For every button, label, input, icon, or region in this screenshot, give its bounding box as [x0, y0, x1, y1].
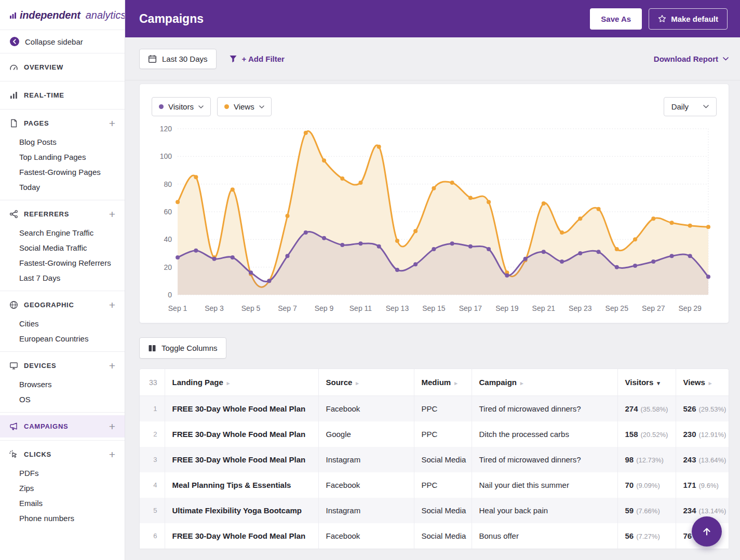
campaigns-icon [9, 422, 18, 431]
add-devices-report-button[interactable]: + [109, 362, 115, 370]
svg-text:120: 120 [160, 125, 172, 133]
sidebar-item-fastest-growing-referrers[interactable]: Fastest-Growing Referrers [0, 255, 125, 270]
views-series-selector[interactable]: Views [217, 97, 272, 116]
download-report-button[interactable]: Download Report [654, 54, 729, 63]
sidebar-section-label: REFERRERS [24, 210, 103, 218]
toggle-columns-button[interactable]: Toggle Columns [139, 337, 226, 359]
column-header-visitors[interactable]: Visitors▾ [617, 369, 676, 396]
sidebar-item-clicks[interactable]: CLICKS+ [0, 443, 125, 466]
views-cell: 230(12.91%) [676, 421, 729, 447]
sidebar-item-blog-posts[interactable]: Blog Posts [0, 134, 125, 149]
download-report-label: Download Report [654, 54, 718, 63]
visitors-percentage: (7.66%) [636, 507, 660, 515]
add-filter-button[interactable]: + Add Filter [229, 54, 285, 63]
visitors-chip-label: Visitors [168, 102, 194, 111]
visitors-value: 274 [625, 404, 638, 413]
add-pages-report-button[interactable]: + [109, 120, 115, 127]
add-referrers-report-button[interactable]: + [109, 211, 115, 218]
chevron-down-icon [198, 105, 204, 108]
column-header-source[interactable]: Source▸ [318, 369, 414, 396]
save-as-button[interactable]: Save As [590, 8, 642, 30]
date-range-button[interactable]: Last 30 Days [139, 49, 217, 69]
visitors-color-dot [159, 104, 164, 109]
brand-icon [9, 12, 17, 19]
sidebar: independent analytics Collapse sidebar O… [0, 0, 125, 560]
visitors-value: 56 [625, 531, 634, 540]
column-header-campaign[interactable]: Campaign▸ [472, 369, 617, 396]
sidebar-item-campaigns[interactable]: CAMPAIGNS+ [0, 415, 125, 438]
sidebar-item-real-time[interactable]: REAL-TIME [0, 84, 125, 106]
sidebar-item-top-landing-pages[interactable]: Top Landing Pages [0, 149, 125, 165]
svg-text:Sep 13: Sep 13 [386, 304, 409, 312]
visitors-series-selector[interactable]: Visitors [152, 97, 211, 116]
devices-icon [9, 361, 18, 370]
sidebar-item-overview[interactable]: OVERVIEW [0, 56, 125, 78]
add-geographic-report-button[interactable]: + [109, 302, 115, 309]
svg-text:Sep 15: Sep 15 [422, 304, 446, 312]
svg-text:Sep 21: Sep 21 [532, 304, 556, 312]
sidebar-section-campaigns: CAMPAIGNS+ [0, 412, 125, 440]
pages-icon [9, 119, 18, 128]
sidebar-item-devices[interactable]: DEVICES+ [0, 354, 125, 377]
svg-text:40: 40 [164, 235, 172, 243]
sidebar-item-pdfs[interactable]: PDFs [0, 466, 125, 481]
svg-text:100: 100 [160, 152, 172, 160]
sidebar-item-cities[interactable]: Cities [0, 316, 125, 331]
source-cell: Instagram [318, 447, 414, 472]
scroll-to-top-button[interactable] [692, 516, 722, 547]
funnel-icon [229, 54, 237, 63]
visitors-cell: 98(12.73%) [617, 447, 676, 472]
geographic-icon [9, 301, 18, 309]
star-icon [658, 15, 666, 23]
landing-page-cell[interactable]: FREE 30-Day Whole Food Meal Plan [165, 396, 318, 422]
collapse-sidebar-button[interactable]: Collapse sidebar [0, 30, 125, 53]
add-clicks-report-button[interactable]: + [109, 451, 115, 458]
toggle-columns-label: Toggle Columns [162, 344, 218, 352]
app-root: independent analytics Collapse sidebar O… [0, 0, 740, 560]
column-header-landing-page[interactable]: Landing Page▸ [165, 369, 318, 396]
column-header-views[interactable]: Views▸ [676, 369, 729, 396]
landing-page-cell[interactable]: FREE 30-Day Whole Food Meal Plan [165, 447, 318, 472]
sidebar-item-european-countries[interactable]: European Countries [0, 331, 125, 346]
brand-name-primary: independent [20, 9, 80, 21]
sidebar-item-social-media-traffic[interactable]: Social Media Traffic [0, 240, 125, 255]
chart-controls: Visitors Views Daily [152, 97, 717, 116]
arrow-up-icon [701, 526, 712, 537]
interval-select[interactable]: Daily [664, 97, 717, 116]
sidebar-item-pages[interactable]: PAGES+ [0, 112, 125, 134]
views-cell: 171(9.6%) [676, 472, 729, 498]
make-default-button[interactable]: Make default [649, 8, 728, 30]
views-cell: 243(13.64%) [676, 447, 729, 472]
table-row: 1FREE 30-Day Whole Food Meal PlanFaceboo… [140, 396, 729, 422]
sidebar-item-search-engine-traffic[interactable]: Search Engine Traffic [0, 225, 125, 240]
sidebar-item-referrers[interactable]: REFERRERS+ [0, 203, 125, 225]
sidebar-item-today[interactable]: Today [0, 180, 125, 195]
column-header-medium[interactable]: Medium▸ [414, 369, 472, 396]
columns-icon [148, 344, 156, 352]
table-row: 4Meal Planning Tips & EssentialsFacebook… [140, 472, 729, 498]
add-campaigns-report-button[interactable]: + [109, 423, 115, 430]
views-percentage: (29.53%) [699, 405, 726, 413]
campaigns-table: 33Landing Page▸Source▸Medium▸Campaign▸Vi… [140, 369, 729, 549]
sidebar-item-browsers[interactable]: Browsers [0, 377, 125, 392]
table-header-row: 33Landing Page▸Source▸Medium▸Campaign▸Vi… [140, 369, 729, 396]
campaign-cell: Tired of microwaved dinners? [472, 396, 617, 422]
table-row: 2FREE 30-Day Whole Food Meal PlanGoogleP… [140, 421, 729, 447]
svg-text:Sep 1: Sep 1 [168, 304, 187, 312]
referrers-icon [9, 210, 18, 218]
sidebar-item-fastest-growing-pages[interactable]: Fastest-Growing Pages [0, 165, 125, 180]
landing-page-cell[interactable]: Meal Planning Tips & Essentials [165, 472, 318, 498]
sidebar-item-phone-numbers[interactable]: Phone numbers [0, 511, 125, 526]
sidebar-item-zips[interactable]: Zips [0, 481, 125, 496]
sort-desc-icon: ▾ [657, 380, 660, 386]
sidebar-item-emails[interactable]: Emails [0, 496, 125, 511]
landing-page-cell[interactable]: FREE 30-Day Whole Food Meal Plan [165, 421, 318, 447]
landing-page-cell[interactable]: FREE 30-Day Whole Food Meal Plan [165, 523, 318, 549]
landing-page-cell[interactable]: Ultimate Flexibility Yoga Bootcamp [165, 498, 318, 523]
sidebar-item-last-7-days[interactable]: Last 7 Days [0, 270, 125, 285]
sidebar-item-os[interactable]: OS [0, 392, 125, 407]
medium-cell: Social Media [414, 523, 472, 549]
views-value: 230 [683, 430, 696, 439]
sidebar-item-geographic[interactable]: GEOGRAPHIC+ [0, 294, 125, 316]
visitors-cell: 274(35.58%) [617, 396, 676, 422]
